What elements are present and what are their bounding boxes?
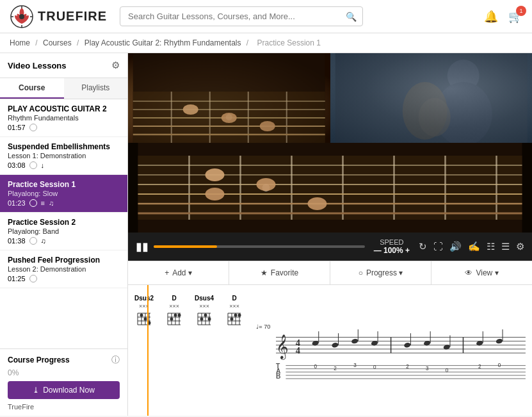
svg-point-55 bbox=[144, 318, 147, 321]
svg-text:0: 0 bbox=[373, 364, 376, 370]
speed-label: SPEED bbox=[380, 238, 403, 246]
info-icon[interactable]: ⓘ bbox=[111, 354, 120, 366]
search-icon: 🔍 bbox=[346, 12, 357, 22]
video-container: ▮▮ SPEED — 100% + ↻ ⛶ 🔊 ✍ ☷ ☰ ⚙ bbox=[128, 53, 532, 261]
logo: TRUEFIRE bbox=[10, 4, 107, 29]
grid-icon[interactable]: ☷ bbox=[487, 241, 495, 252]
svg-point-87 bbox=[234, 314, 238, 317]
svg-text:2: 2 bbox=[406, 364, 409, 370]
svg-point-76 bbox=[204, 314, 207, 317]
settings-icon[interactable]: ⚙ bbox=[516, 241, 524, 252]
chord-area: Dsus2 ××× bbox=[134, 291, 243, 409]
sidebar-tabs: Course Playlists bbox=[0, 78, 127, 99]
svg-point-19 bbox=[222, 113, 237, 123]
lesson-title: PLAY ACOUSTIC GUITAR 2 bbox=[8, 104, 120, 113]
progress-button[interactable]: ○ Progress ▾ bbox=[330, 261, 431, 284]
bell-icon[interactable]: 🔔 bbox=[484, 10, 498, 24]
ctrl-icons: ↻ ⛶ 🔊 ✍ ☷ ☰ ⚙ bbox=[419, 241, 524, 252]
list-item[interactable]: PLAY ACOUSTIC GUITAR 2 Rhythm Fundamenta… bbox=[0, 99, 127, 137]
svg-point-20 bbox=[260, 121, 275, 131]
search-input[interactable] bbox=[120, 6, 363, 26]
svg-text:𝄞: 𝄞 bbox=[276, 334, 289, 360]
fullscreen-icon[interactable]: ⛶ bbox=[433, 241, 443, 252]
progress-circle-icon bbox=[29, 237, 37, 245]
view-label: View ▾ bbox=[476, 268, 498, 277]
breadcrumb-sep-2: / bbox=[77, 38, 81, 47]
volume-icon[interactable]: 🔊 bbox=[449, 241, 462, 252]
circle-icon: ○ bbox=[359, 268, 363, 277]
breadcrumb-home[interactable]: Home bbox=[10, 38, 30, 47]
main-layout: Video Lessons ⚙ Course Playlists PLAY AC… bbox=[0, 53, 532, 416]
video-cell-bottom bbox=[128, 143, 532, 233]
sidebar-list: PLAY ACOUSTIC GUITAR 2 Rhythm Fundamenta… bbox=[0, 99, 127, 348]
chord-name: D bbox=[225, 295, 243, 302]
svg-point-89 bbox=[230, 318, 234, 321]
bars-icon[interactable]: ☰ bbox=[501, 241, 510, 252]
tempo-text: ♩= 70 bbox=[256, 323, 270, 330]
chord-fingers: ××× bbox=[195, 303, 214, 309]
list-item[interactable]: Practice Session 2 Playalong: Band 01:38… bbox=[0, 213, 127, 250]
svg-text:B: B bbox=[276, 373, 280, 380]
svg-point-107 bbox=[403, 342, 411, 348]
list-item[interactable]: Practice Session 1 Playalong: Slow 01:23… bbox=[0, 175, 127, 213]
add-button[interactable]: + Add ▾ bbox=[128, 261, 229, 284]
favorite-button[interactable]: ★ Favorite bbox=[229, 261, 330, 284]
chord-diagram bbox=[165, 309, 183, 329]
breadcrumb-course[interactable]: Play Acoustic Guitar 2: Rhythm Fundament… bbox=[85, 38, 241, 47]
chord-name: Dsus2 bbox=[134, 295, 154, 302]
lesson-subtitle: Playalong: Slow bbox=[8, 190, 120, 197]
lesson-time: 01:23 bbox=[8, 199, 26, 207]
progress-circle-icon bbox=[29, 124, 37, 131]
svg-point-45 bbox=[308, 197, 327, 210]
download-icon: ≡ bbox=[41, 199, 45, 207]
lesson-meta: 01:23 ≡ ♫ bbox=[8, 199, 120, 207]
breadcrumb-courses[interactable]: Courses bbox=[43, 38, 72, 47]
capo-icon[interactable]: ✍ bbox=[468, 241, 480, 252]
lesson-title: Practice Session 1 bbox=[8, 180, 120, 189]
svg-rect-21 bbox=[335, 53, 527, 143]
lesson-subtitle: Rhythm Fundamentals bbox=[8, 114, 120, 122]
settings-icon[interactable]: ⚙ bbox=[111, 60, 120, 71]
svg-point-77 bbox=[208, 318, 211, 321]
video-progress-bar[interactable] bbox=[154, 245, 365, 248]
star-icon: ★ bbox=[261, 268, 268, 277]
lesson-time: 01:25 bbox=[8, 275, 26, 282]
staff-notation: ♩= 70 𝄞 4 4 bbox=[250, 291, 526, 409]
pause-button[interactable]: ▮▮ bbox=[136, 240, 149, 254]
svg-point-54 bbox=[140, 314, 143, 317]
list-item[interactable]: Suspended Embellishments Lesson 1: Demon… bbox=[0, 137, 127, 175]
video-grid bbox=[128, 53, 532, 233]
tab-playlists[interactable]: Playlists bbox=[64, 78, 128, 99]
svg-point-22 bbox=[447, 60, 479, 92]
svg-point-88 bbox=[238, 314, 241, 317]
progress-label: Progress ▾ bbox=[366, 268, 403, 277]
cp-header: Course Progress ⓘ bbox=[8, 354, 120, 366]
speed-value[interactable]: — 100% + bbox=[374, 246, 410, 255]
cp-percent: 0% bbox=[8, 368, 120, 377]
chord-block-dsus4: Dsus4 ××× bbox=[195, 295, 214, 331]
svg-text:0: 0 bbox=[498, 363, 501, 368]
note-icon: ♫ bbox=[41, 237, 46, 245]
svg-text:0: 0 bbox=[314, 364, 318, 370]
lesson-time: 03:08 bbox=[8, 161, 26, 169]
svg-text:3: 3 bbox=[353, 363, 357, 368]
svg-point-100 bbox=[332, 342, 339, 348]
note-icon: ♫ bbox=[49, 199, 54, 207]
download-button[interactable]: ⤓ Download Now bbox=[8, 381, 120, 399]
view-button[interactable]: 👁 View ▾ bbox=[431, 261, 532, 284]
lesson-time: 01:57 bbox=[8, 124, 26, 131]
list-item[interactable]: Pushed Feel Progression Lesson 2: Demons… bbox=[0, 250, 127, 288]
search-bar[interactable]: 🔍 bbox=[120, 6, 363, 26]
position-marker bbox=[147, 285, 149, 416]
tab-course[interactable]: Course bbox=[0, 78, 64, 99]
svg-point-1 bbox=[19, 14, 24, 19]
notation-area: Dsus2 ××× bbox=[128, 285, 532, 416]
svg-point-25 bbox=[418, 98, 450, 136]
logo-text: TRUEFIRE bbox=[38, 9, 107, 24]
header-right: 🔔 🛒 1 bbox=[484, 10, 522, 24]
cart-icon[interactable]: 🛒 1 bbox=[508, 10, 522, 24]
lesson-title: Pushed Feel Progression bbox=[8, 256, 120, 265]
download-btn-label: Download Now bbox=[43, 386, 95, 395]
loop-icon[interactable]: ↻ bbox=[419, 241, 427, 252]
cp-title: Course Progress bbox=[8, 356, 70, 364]
